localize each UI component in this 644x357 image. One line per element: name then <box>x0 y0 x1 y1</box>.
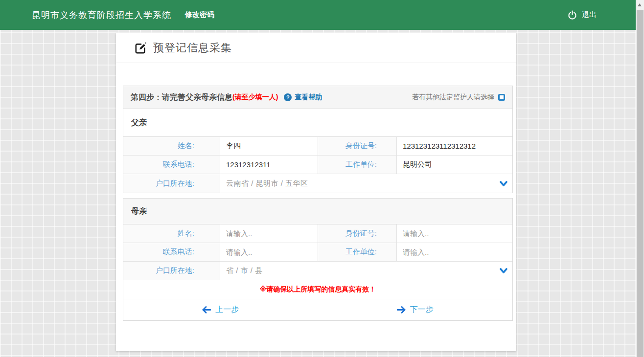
mother-box: 母亲 姓名: 身份证号: 联系电话: 工作单位: <box>123 198 513 321</box>
mother-residence-label: 户口所在地: <box>123 262 220 280</box>
arrow-left-icon <box>202 306 211 313</box>
wizard-buttons: 上一步 下一步 <box>123 299 512 320</box>
change-password-link[interactable]: 修改密码 <box>185 10 214 20</box>
father-section-title: 父亲 <box>123 109 512 137</box>
father-box: 第四步：请完善父亲母亲信息 (请至少填一人) ? 查看帮助 若有其他法定监护人请… <box>123 86 513 193</box>
father-id-cell <box>397 137 512 155</box>
arrow-right-icon <box>397 306 406 313</box>
father-employer-label: 工作单位: <box>318 156 397 174</box>
mother-name-label: 姓名: <box>123 224 220 243</box>
step-note: (请至少填一人) <box>232 93 278 102</box>
mother-id-input[interactable] <box>397 224 512 243</box>
father-phone-cell <box>220 156 318 174</box>
next-step-button[interactable]: 下一步 <box>397 305 434 315</box>
mother-phone-input[interactable] <box>220 243 318 261</box>
father-phone-input[interactable] <box>220 156 318 174</box>
scrollbar-thumb[interactable] <box>637 10 644 357</box>
page-title: 预登记信息采集 <box>153 41 232 55</box>
app-title[interactable]: 昆明市义务教育阶段招生入学系统 <box>32 9 171 21</box>
logout-label: 退出 <box>582 10 597 20</box>
mother-row-name-id: 姓名: 身份证号: <box>123 224 512 243</box>
mother-id-label: 身份证号: <box>318 224 397 243</box>
mother-row-residence: 户口所在地: 省 / 市 / 县 <box>123 262 512 280</box>
mother-employer-input[interactable] <box>397 243 512 261</box>
next-step-label: 下一步 <box>410 305 434 315</box>
question-circle-icon: ? <box>284 93 292 101</box>
scrollbar-up-arrow-icon[interactable] <box>638 3 642 6</box>
mother-employer-label: 工作单位: <box>318 243 397 261</box>
logout-button[interactable]: 退出 <box>568 10 597 20</box>
father-name-input[interactable] <box>220 137 318 155</box>
mother-section-title: 母亲 <box>123 199 512 224</box>
card-header: 预登记信息采集 <box>116 33 516 63</box>
main-card: 预登记信息采集 第四步：请完善父亲母亲信息 (请至少填一人) ? 查看帮助 若有… <box>116 33 516 351</box>
father-residence-select[interactable]: 云南省 / 昆明市 / 五华区 <box>220 174 512 193</box>
top-navbar: 昆明市义务教育阶段招生入学系统 修改密码 退出 <box>0 0 636 30</box>
mother-name-cell <box>220 224 318 243</box>
father-residence-value: 云南省 / 昆明市 / 五华区 <box>220 179 500 188</box>
guardian-label: 若有其他法定监护人请选择 <box>412 93 494 102</box>
guardian-checkbox[interactable] <box>498 94 505 101</box>
father-row-residence: 户口所在地: 云南省 / 昆明市 / 五华区 <box>123 174 512 193</box>
father-residence-label: 户口所在地: <box>123 174 220 193</box>
father-name-label: 姓名: <box>123 137 220 155</box>
mother-residence-placeholder: 省 / 市 / 县 <box>220 266 500 275</box>
mother-id-cell <box>397 224 512 243</box>
warning-message: ※请确保以上所填写的信息真实有效！ <box>123 280 512 299</box>
chevron-down-icon <box>500 181 507 186</box>
step-header: 第四步：请完善父亲母亲信息 (请至少填一人) ? 查看帮助 若有其他法定监护人请… <box>123 86 512 109</box>
father-row-name-id: 姓名: 身份证号: <box>123 137 512 156</box>
mother-row-phone-employer: 联系电话: 工作单位: <box>123 243 512 262</box>
father-id-input[interactable] <box>397 137 512 155</box>
father-id-label: 身份证号: <box>318 137 397 155</box>
mother-residence-select[interactable]: 省 / 市 / 县 <box>220 262 512 280</box>
mother-name-input[interactable] <box>220 224 318 243</box>
guardian-option: 若有其他法定监护人请选择 <box>412 93 505 102</box>
father-employer-cell <box>397 156 512 174</box>
father-employer-input[interactable] <box>397 156 512 174</box>
edit-icon <box>135 42 147 54</box>
scrollbar[interactable] <box>636 0 644 357</box>
father-row-phone-employer: 联系电话: 工作单位: <box>123 156 512 174</box>
mother-phone-cell <box>220 243 318 261</box>
chevron-down-icon <box>500 268 507 273</box>
mother-phone-label: 联系电话: <box>123 243 220 261</box>
step-title: 第四步：请完善父亲母亲信息 <box>131 92 232 103</box>
mother-employer-cell <box>397 243 512 261</box>
panel-area: 第四步：请完善父亲母亲信息 (请至少填一人) ? 查看帮助 若有其他法定监护人请… <box>116 63 516 321</box>
power-icon <box>568 10 577 20</box>
view-help-link[interactable]: ? 查看帮助 <box>284 93 322 102</box>
prev-step-label: 上一步 <box>215 305 239 315</box>
father-name-cell <box>220 137 318 155</box>
help-link-label: 查看帮助 <box>295 93 322 102</box>
father-phone-label: 联系电话: <box>123 156 220 174</box>
prev-step-button[interactable]: 上一步 <box>202 305 239 315</box>
